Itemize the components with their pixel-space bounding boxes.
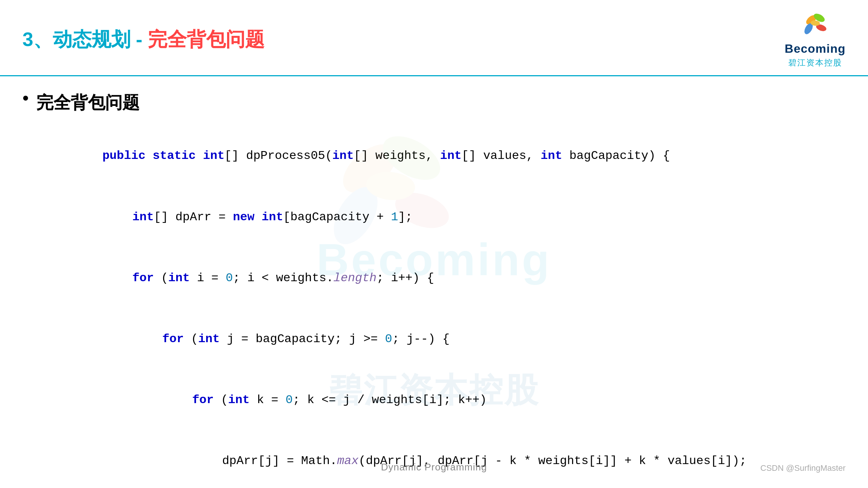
page-title: 3、动态规划 - 完全背包问题 xyxy=(22,27,265,53)
code-area: public static int[] dpProcess05(int[] we… xyxy=(22,126,846,488)
footer-center-text: Dynamic Programming xyxy=(381,461,487,473)
footer: Dynamic Programming xyxy=(0,461,868,473)
code-line: for (int i = 0; i < weights.length; i++)… xyxy=(75,248,823,309)
bullet-section: • 完全背包问题 xyxy=(22,91,846,114)
title-highlight: 完全背包问题 xyxy=(148,28,265,50)
code-line: dpArr[j] = Math.max(dpArr[j], dpArr[j - … xyxy=(165,431,823,488)
header: 3、动态规划 - 完全背包问题 Becoming 碧江资本控股 xyxy=(0,0,868,76)
title-prefix: 3、动态规划 - xyxy=(22,28,143,50)
code-line: for (int j = bagCapacity; j >= 0; j--) { xyxy=(105,309,823,370)
logo-text-cn: 碧江资本控股 xyxy=(788,57,842,68)
code-line: public static int[] dpProcess05(int[] we… xyxy=(45,126,823,187)
code-block-1: public static int[] dpProcess05(int[] we… xyxy=(45,126,823,488)
bullet-point: • xyxy=(22,89,29,107)
code-line: for (int k = 0; k <= j / weights[i]; k++… xyxy=(135,370,823,431)
code-line: int[] dpArr = new int[bagCapacity + 1]; xyxy=(75,187,823,248)
logo-icon xyxy=(798,10,832,40)
main-content: • 完全背包问题 public static int[] dpProcess05… xyxy=(0,76,868,488)
bullet-title: 完全背包问题 xyxy=(36,91,140,114)
logo: Becoming 碧江资本控股 xyxy=(785,10,846,68)
logo-text-becoming: Becoming xyxy=(785,42,846,56)
footer-right-text: CSDN @SurfingMaster xyxy=(760,463,846,473)
